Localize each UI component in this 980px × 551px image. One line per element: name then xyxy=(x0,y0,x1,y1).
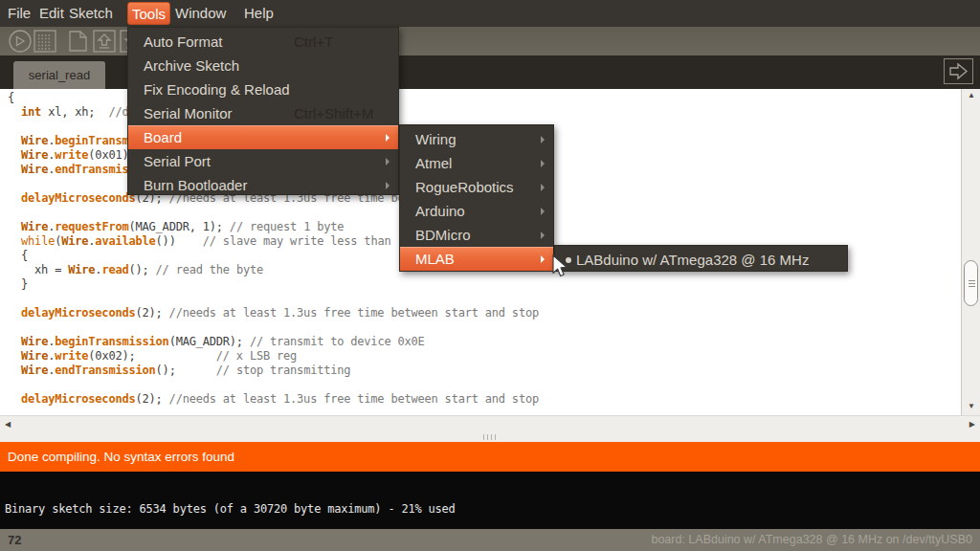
scroll-right-arrow[interactable]: ▶ xyxy=(969,420,975,429)
menubar-item-window[interactable]: Window xyxy=(175,0,226,27)
new-sketch-button[interactable] xyxy=(70,32,86,51)
console-output: Binary sketch size: 6534 bytes (of a 307… xyxy=(0,472,980,529)
tools-menu: Auto FormatCtrl+TArchive SketchFix Encod… xyxy=(127,27,399,195)
thumb-grip xyxy=(969,280,975,287)
tab-serial-read[interactable]: serial_read xyxy=(13,61,105,89)
code-line: Wire.beginTransmission(MAG_ADDR); // tra… xyxy=(8,335,539,349)
menu-item-serial-port[interactable]: Serial Port xyxy=(128,149,398,173)
upload-button[interactable] xyxy=(34,31,56,52)
code-line xyxy=(8,292,539,306)
code-line xyxy=(8,378,539,392)
menubar-item-edit[interactable]: Edit xyxy=(39,0,64,27)
selected-bullet-icon xyxy=(566,257,571,263)
code-line xyxy=(8,320,539,335)
code-line: Wire.write(0x02); // x LSB reg xyxy=(8,349,539,364)
menu-item-label: Arduino xyxy=(415,199,465,223)
verify-button[interactable] xyxy=(10,31,31,52)
menubar-item-tools[interactable]: Tools xyxy=(127,2,170,25)
mlab-submenu: LABduino w/ ATmega328 @ 16 MHz xyxy=(554,245,848,272)
menu-item-label: BDMicro xyxy=(415,223,471,247)
menu-item-label: Wiring xyxy=(415,127,457,151)
menu-item-arduino[interactable]: Arduino xyxy=(400,199,553,223)
menu-item-label: Serial Monitor xyxy=(144,101,233,125)
menubar-item-file[interactable]: File xyxy=(8,0,31,27)
vertical-scrollbar[interactable]: ▲ ▼ xyxy=(961,89,980,415)
submenu-arrow-icon xyxy=(386,182,390,189)
splitter-grip xyxy=(483,434,497,440)
board-info: board: LABduino w/ ATmega328 @ 16 MHz on… xyxy=(651,529,972,551)
menu-item-serial-monitor[interactable]: Serial MonitorCtrl+Shift+M xyxy=(128,101,398,125)
menu-item-shortcut: Ctrl+T xyxy=(294,30,333,54)
horizontal-scrollbar[interactable]: ◀ ▶ xyxy=(0,415,980,431)
menu-item-label: LABduino w/ ATmega328 @ 16 MHz xyxy=(576,248,809,272)
menu-item-roguerobotics[interactable]: RogueRobotics xyxy=(400,175,553,199)
scroll-left-arrow[interactable]: ◀ xyxy=(5,420,11,429)
menu-item-board[interactable]: Board xyxy=(128,125,398,149)
submenu-arrow-icon xyxy=(541,255,545,263)
menu-item-wiring[interactable]: Wiring xyxy=(400,127,553,151)
submenu-arrow-icon xyxy=(541,231,545,239)
menu-item-label: Serial Port xyxy=(144,149,211,173)
menu-item-burn-bootloader[interactable]: Burn Bootloader xyxy=(128,173,398,197)
submenu-arrow-icon xyxy=(541,160,545,167)
menu-item-labduino-w-atmega328-16-mhz[interactable]: LABduino w/ ATmega328 @ 16 MHz xyxy=(555,248,847,272)
menu-item-shortcut: Ctrl+Shift+M xyxy=(294,101,373,125)
menu-item-label: MLAB xyxy=(415,247,455,271)
open-button[interactable] xyxy=(94,31,115,52)
submenu-arrow-icon xyxy=(386,158,390,165)
submenu-arrow-icon xyxy=(541,208,545,215)
menu-item-label: Burn Bootloader xyxy=(144,173,247,197)
vertical-scrollbar-thumb[interactable] xyxy=(964,260,978,306)
menu-item-bdmicro[interactable]: BDMicro xyxy=(400,223,553,247)
submenu-arrow-icon xyxy=(541,184,545,191)
status-bar: Done compiling. No syntax errors found xyxy=(0,442,980,472)
menu-item-label: RogueRobotics xyxy=(415,175,514,199)
board-submenu: WiringAtmelRogueRoboticsArduinoBDMicroML… xyxy=(399,124,554,272)
scroll-down-arrow[interactable]: ▼ xyxy=(962,403,980,410)
menu-item-label: Fix Encoding & Reload xyxy=(144,77,290,101)
menu-item-label: Archive Sketch xyxy=(144,54,239,77)
submenu-arrow-icon xyxy=(386,134,390,142)
line-number: 72 xyxy=(8,529,21,551)
serial-monitor-button[interactable] xyxy=(944,58,973,84)
menu-item-label: Auto Format xyxy=(144,30,223,54)
console-text: Binary sketch size: 6534 bytes (of a 307… xyxy=(5,502,456,516)
menu-item-label: Board xyxy=(144,125,182,149)
status-message: Done compiling. No syntax errors found xyxy=(8,450,234,464)
scroll-up-arrow[interactable]: ▲ xyxy=(962,92,980,99)
code-line: } xyxy=(8,277,539,292)
menubar-item-help[interactable]: Help xyxy=(244,0,274,27)
serial-monitor-arrow-icon xyxy=(945,59,972,83)
code-line: delayMicroseconds(2); //needs at least 1… xyxy=(8,306,539,320)
menu-item-mlab[interactable]: MLAB xyxy=(400,247,553,271)
menu-item-fix-encoding-reload[interactable]: Fix Encoding & Reload xyxy=(128,77,398,101)
footer-bar: 72 board: LABduino w/ ATmega328 @ 16 MHz… xyxy=(0,529,980,551)
menubar-item-sketch[interactable]: Sketch xyxy=(69,0,113,27)
menu-item-atmel[interactable]: Atmel xyxy=(400,151,553,175)
editor-console-splitter[interactable] xyxy=(0,431,980,442)
menubar: FileEditSketchToolsWindowHelp xyxy=(0,0,980,27)
menu-item-label: Atmel xyxy=(415,151,452,175)
submenu-arrow-icon xyxy=(541,136,545,143)
code-line: delayMicroseconds(2); //needs at least 1… xyxy=(8,392,539,407)
menu-item-auto-format[interactable]: Auto FormatCtrl+T xyxy=(128,30,398,54)
code-line: Wire.endTransmission(); // stop transmit… xyxy=(8,364,539,378)
menu-item-archive-sketch[interactable]: Archive Sketch xyxy=(128,54,398,77)
